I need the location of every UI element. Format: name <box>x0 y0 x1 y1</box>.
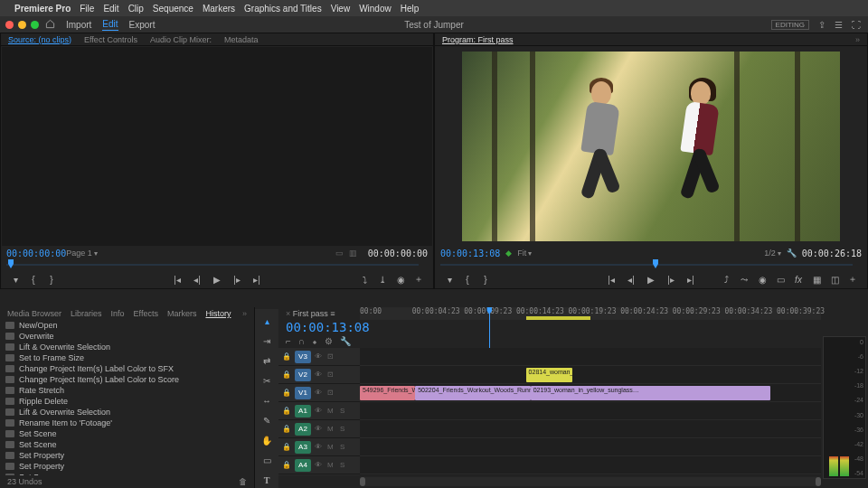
lock-icon[interactable]: 🔒 <box>282 352 291 361</box>
step-fwd-icon[interactable]: |▸ <box>231 274 242 285</box>
export-frame-icon[interactable]: ◉ <box>757 274 768 285</box>
menu-sequence[interactable]: Sequence <box>153 4 193 14</box>
audio-track-row[interactable] <box>360 420 821 438</box>
vr-toggle-icon[interactable]: ◫ <box>829 274 840 285</box>
track-label[interactable]: V3 <box>295 351 311 363</box>
overwrite-icon[interactable]: ⤓ <box>377 274 388 285</box>
lock-icon[interactable]: 🔒 <box>282 461 291 469</box>
quick-export-icon[interactable]: ⇪ <box>818 20 826 30</box>
app-name[interactable]: Premiere Pro <box>14 4 71 14</box>
menu-graphics[interactable]: Graphics and Titles <box>244 4 322 14</box>
full-screen-icon[interactable]: ⛶ <box>852 20 861 30</box>
clip[interactable]: 549296_Friends_Wo… <box>360 386 415 400</box>
video-track-row[interactable]: 02814_woman_…fx <box>360 366 821 384</box>
source-loop-icon[interactable]: ▭ <box>335 249 344 258</box>
panel-menu-icon[interactable]: » <box>855 35 860 44</box>
track-label[interactable]: V2 <box>295 369 311 381</box>
timeline-ruler[interactable]: 00:0000:00:04:2300:00:09:2300:00:14:2300… <box>360 307 821 320</box>
menu-help[interactable]: Help <box>401 4 420 14</box>
history-item[interactable]: Lift & Overwrite Selection <box>0 342 254 352</box>
track-header-a1[interactable]: 🔒A1👁MS <box>278 402 360 420</box>
tab-import[interactable]: Import <box>66 20 91 30</box>
clip[interactable]: 502204_Friends_Workout_Woods_Running_R… <box>415 386 531 400</box>
timeline-zoom-bar[interactable] <box>360 477 821 486</box>
history-item[interactable]: Set Scene <box>0 428 254 439</box>
source-safe-margins-icon[interactable]: ▥ <box>349 249 357 258</box>
history-list[interactable]: New/OpenOverwriteLift & Overwrite Select… <box>0 320 254 475</box>
lock-icon[interactable]: 🔒 <box>282 425 291 433</box>
timeline-selection[interactable] <box>526 316 590 320</box>
program-tc[interactable]: 00:00:13:08 <box>440 249 500 258</box>
home-icon[interactable] <box>45 19 55 31</box>
insert-icon[interactable]: ⤵ <box>359 274 370 285</box>
solo-icon[interactable]: S <box>340 443 349 451</box>
history-item[interactable]: Set Scene <box>0 439 254 450</box>
settings-icon[interactable]: ⚙ <box>325 336 333 346</box>
comparison-view-icon[interactable]: ▭ <box>775 274 786 285</box>
pen-tool-icon[interactable]: ✎ <box>260 414 273 427</box>
go-to-in-icon[interactable]: |◂ <box>172 274 183 285</box>
solo-icon[interactable]: S <box>340 425 349 433</box>
workspaces-icon[interactable]: ☰ <box>835 20 843 30</box>
fx-icon[interactable]: fx <box>793 274 804 285</box>
program-viewer[interactable] <box>462 52 840 241</box>
workspace-label[interactable]: EDITING <box>771 20 809 30</box>
toggle-output-icon[interactable]: 👁 <box>315 443 324 451</box>
source-page[interactable]: Page 1 <box>66 249 98 258</box>
tab-metadata[interactable]: Metadata <box>224 35 259 44</box>
mute-icon[interactable]: M <box>327 425 336 433</box>
history-item[interactable]: Change Project Item(s) Label Color to SF… <box>0 363 254 374</box>
zoom-window-icon[interactable] <box>31 21 39 29</box>
history-item[interactable]: Set Property <box>0 461 254 472</box>
mark-out-icon[interactable]: } <box>46 274 57 285</box>
menu-window[interactable]: Window <box>359 4 392 14</box>
minimize-window-icon[interactable] <box>18 21 26 29</box>
play-icon[interactable]: ▶ <box>646 274 656 285</box>
history-item[interactable]: Rate Stretch <box>0 385 254 396</box>
source-tc-in[interactable]: 00:00:00:00 <box>6 249 66 258</box>
track-header-v3[interactable]: 🔒V3👁⊡ <box>278 348 360 366</box>
export-frame-icon[interactable]: ◉ <box>395 274 406 285</box>
toggle-output-icon[interactable]: 👁 <box>315 389 324 397</box>
audio-track-row[interactable] <box>360 438 821 456</box>
step-back-icon[interactable]: ◂| <box>626 274 637 285</box>
tab-markers[interactable]: Markers <box>167 309 197 318</box>
wrench-icon[interactable]: 🔧 <box>340 336 351 346</box>
step-fwd-icon[interactable]: |▸ <box>665 274 676 285</box>
tab-media-browser[interactable]: Media Browser <box>7 309 61 318</box>
markers-icon[interactable]: ⬥ <box>312 336 317 346</box>
source-ruler[interactable] <box>6 259 428 270</box>
menu-clip[interactable]: Clip <box>128 4 144 14</box>
history-item[interactable]: Set Property <box>0 450 254 461</box>
step-back-icon[interactable]: ◂| <box>192 274 203 285</box>
toggle-output-icon[interactable]: 👁 <box>315 371 324 379</box>
tab-source[interactable]: Source: (no clips) <box>8 35 71 44</box>
lock-icon[interactable]: 🔒 <box>282 407 291 415</box>
extract-icon[interactable]: ⤳ <box>739 274 750 285</box>
toggle-output-icon[interactable]: 👁 <box>315 461 324 469</box>
tab-libraries[interactable]: Libraries <box>71 309 102 318</box>
history-item[interactable]: Ripple Delete <box>0 396 254 407</box>
add-marker-icon[interactable]: ▾ <box>444 274 455 285</box>
lock-icon[interactable]: 🔒 <box>282 371 291 379</box>
hand-tool-icon[interactable]: ✋ <box>260 434 273 446</box>
track-header-v1[interactable]: 🔒V1👁⊡ <box>278 384 360 402</box>
sync-lock-icon[interactable]: ⊡ <box>327 389 336 397</box>
ripple-edit-tool-icon[interactable]: ⇄ <box>260 354 273 367</box>
track-content[interactable]: 02814_woman_…fx549296_Friends_Wo…502204_… <box>360 348 821 475</box>
track-label[interactable]: V1 <box>295 387 311 399</box>
track-label[interactable]: A1 <box>295 405 311 418</box>
menu-edit[interactable]: Edit <box>103 4 118 14</box>
panel-overflow-icon[interactable]: » <box>242 309 247 318</box>
trash-icon[interactable]: 🗑 <box>239 477 247 486</box>
history-item[interactable]: Lift & Overwrite Selection <box>0 407 254 418</box>
play-icon[interactable]: ▶ <box>212 274 222 285</box>
snap-icon[interactable]: ⌐ <box>286 336 291 346</box>
audio-track-row[interactable] <box>360 456 821 474</box>
solo-icon[interactable]: S <box>340 461 349 469</box>
proxy-toggle-icon[interactable]: ▦ <box>811 274 822 285</box>
settings-wrench-icon[interactable]: 🔧 <box>787 249 797 258</box>
go-to-out-icon[interactable]: ▸| <box>251 274 262 285</box>
mute-icon[interactable]: M <box>327 407 336 415</box>
track-header-a3[interactable]: 🔒A3👁MS <box>278 438 360 456</box>
